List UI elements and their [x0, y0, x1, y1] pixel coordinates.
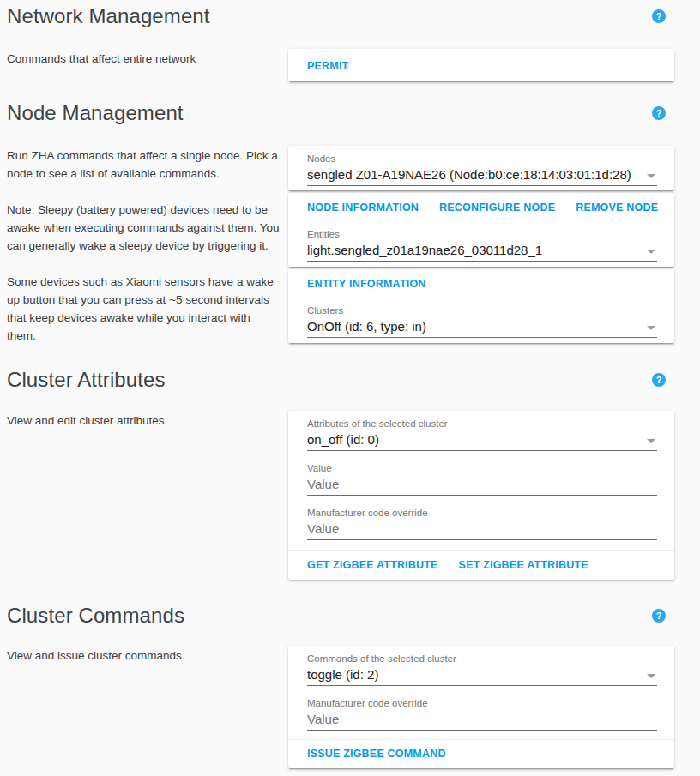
cluster-attributes-fields: Attributes of the selected cluster on_of…: [288, 411, 674, 550]
section-title-node-management: Node Management: [7, 101, 184, 125]
cluster-commands-actions: ISSUE ZIGBEE COMMAND: [288, 739, 674, 768]
network-management-body: Commands that affect entire network PERM…: [0, 49, 700, 81]
help-icon[interactable]: ?: [652, 373, 666, 387]
attribute-value-field: Value: [307, 463, 657, 496]
network-management-header: Network Management ?: [0, 3, 700, 29]
node-management-header: Node Management ?: [0, 100, 700, 126]
help-icon[interactable]: ?: [652, 609, 666, 623]
nodes-select-value: sengled Z01-A19NAE26 (Node:b0:ce:18:14:0…: [307, 167, 631, 182]
cluster-commands-card: Commands of the selected cluster toggle …: [288, 646, 674, 768]
entity-card: ENTITY INFORMATION Clusters OnOff (id: 6…: [288, 269, 674, 343]
cluster-attributes-header: Cluster Attributes ?: [0, 367, 700, 393]
command-manufacturer-label: Manufacturer code override: [307, 698, 657, 708]
node-actions-row: NODE INFORMATION RECONFIGURE NODE REMOVE…: [307, 202, 657, 214]
cluster-commands-body: View and issue cluster commands. Command…: [0, 646, 700, 768]
cluster-attributes-description: View and edit cluster attributes.: [7, 411, 288, 430]
node-description-p1: Run ZHA commands that affect a single no…: [7, 147, 281, 183]
clusters-label: Clusters: [307, 305, 657, 316]
node-description: Run ZHA commands that affect a single no…: [7, 146, 288, 345]
attribute-value-input[interactable]: [307, 476, 657, 496]
reconfigure-node-button[interactable]: RECONFIGURE NODE: [439, 202, 555, 214]
section-title-cluster-attributes: Cluster Attributes: [7, 368, 166, 392]
command-manufacturer-input[interactable]: [307, 711, 657, 731]
clusters-select[interactable]: OnOff (id: 6, type: in): [307, 318, 657, 338]
entity-information-button[interactable]: ENTITY INFORMATION: [307, 278, 426, 290]
remove-node-button[interactable]: REMOVE NODE: [576, 202, 658, 214]
dropdown-arrow-icon: [647, 326, 655, 330]
cluster-attributes-card: Attributes of the selected cluster on_of…: [288, 411, 674, 580]
node-description-p2: Note: Sleepy (battery powered) devices n…: [7, 201, 281, 255]
cluster-commands-header: Cluster Commands ?: [0, 603, 700, 629]
attribute-select-label: Attributes of the selected cluster: [307, 418, 657, 429]
cluster-attributes-body: View and edit cluster attributes. Attrib…: [0, 411, 700, 580]
attribute-manufacturer-field: Manufacturer code override: [307, 508, 657, 540]
zha-config-page: Network Management ? Commands that affec…: [0, 3, 700, 768]
nodes-select[interactable]: sengled Z01-A19NAE26 (Node:b0:ce:18:14:0…: [307, 166, 657, 186]
command-select-label: Commands of the selected cluster: [307, 653, 657, 664]
dropdown-arrow-icon: [647, 439, 655, 443]
node-description-p3: Some devices such as Xiaomi sensors have…: [7, 273, 281, 345]
network-description: Commands that affect entire network: [7, 49, 288, 68]
page-title: Network Management: [7, 4, 210, 28]
cluster-attributes-actions: GET ZIGBEE ATTRIBUTE SET ZIGBEE ATTRIBUT…: [288, 550, 674, 580]
node-management-body: Run ZHA commands that affect a single no…: [0, 146, 700, 345]
issue-zigbee-command-button[interactable]: ISSUE ZIGBEE COMMAND: [307, 748, 446, 760]
nodes-card: Nodes sengled Z01-A19NAE26 (Node:b0:ce:1…: [288, 146, 674, 190]
attribute-manufacturer-input[interactable]: [307, 520, 657, 540]
set-zigbee-attribute-button[interactable]: SET ZIGBEE ATTRIBUTE: [459, 559, 588, 571]
clusters-select-value: OnOff (id: 6, type: in): [307, 319, 426, 334]
entities-select[interactable]: light.sengled_z01a19nae26_03011d28_1: [307, 242, 657, 262]
entities-label: Entities: [307, 229, 657, 239]
help-icon[interactable]: ?: [652, 106, 666, 120]
cluster-commands-description: View and issue cluster commands.: [7, 646, 288, 665]
permit-button[interactable]: PERMIT: [307, 60, 348, 72]
cluster-commands-fields: Commands of the selected cluster toggle …: [288, 646, 674, 739]
get-zigbee-attribute-button[interactable]: GET ZIGBEE ATTRIBUTE: [307, 559, 438, 571]
network-commands-card: PERMIT: [288, 49, 674, 81]
attribute-field: Attributes of the selected cluster on_of…: [307, 418, 657, 451]
entities-select-value: light.sengled_z01a19nae26_03011d28_1: [307, 243, 542, 257]
nodes-label: Nodes: [307, 153, 657, 164]
section-title-cluster-commands: Cluster Commands: [7, 604, 184, 628]
command-select[interactable]: toggle (id: 2): [307, 666, 657, 686]
command-manufacturer-field: Manufacturer code override: [307, 698, 657, 731]
command-select-value: toggle (id: 2): [307, 667, 378, 682]
attribute-select[interactable]: on_off (id: 0): [307, 431, 657, 451]
node-cards: Nodes sengled Z01-A19NAE26 (Node:b0:ce:1…: [288, 146, 674, 343]
attribute-value-label: Value: [307, 463, 657, 473]
command-field: Commands of the selected cluster toggle …: [307, 653, 657, 686]
dropdown-arrow-icon: [647, 674, 655, 678]
node-actions-card: NODE INFORMATION RECONFIGURE NODE REMOVE…: [288, 193, 674, 267]
dropdown-arrow-icon: [647, 174, 655, 178]
node-information-button[interactable]: NODE INFORMATION: [307, 202, 419, 214]
attribute-manufacturer-label: Manufacturer code override: [307, 508, 657, 518]
dropdown-arrow-icon: [647, 250, 655, 254]
attribute-select-value: on_off (id: 0): [307, 432, 379, 447]
help-icon[interactable]: ?: [652, 9, 666, 23]
entity-actions-row: ENTITY INFORMATION: [307, 278, 657, 290]
